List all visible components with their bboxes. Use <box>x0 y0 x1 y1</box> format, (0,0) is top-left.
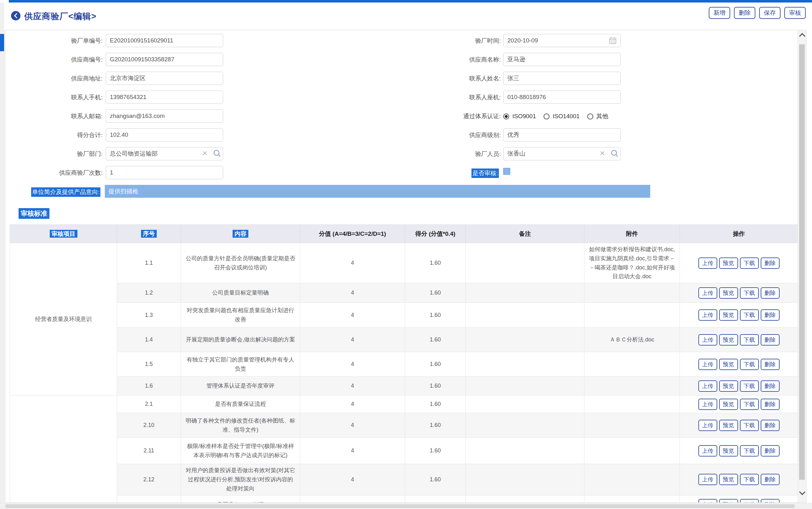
left-sidebar-strip <box>0 2 4 509</box>
row-preview-button[interactable]: 预览 <box>719 287 738 299</box>
row-delete-button[interactable]: 删除 <box>761 359 780 370</box>
audit-button[interactable]: 审核 <box>784 7 806 19</box>
contact-phone-label: 联系人座机: <box>406 93 501 102</box>
cell-remark <box>466 438 585 464</box>
staff-search-icon[interactable] <box>611 149 619 159</box>
row-preview-button[interactable]: 预览 <box>719 309 738 321</box>
row-delete-button[interactable]: 删除 <box>761 258 780 269</box>
row-download-button[interactable]: 下载 <box>740 445 759 456</box>
table-row: 2.2是否具有BOM管理41.60上传预览下载删除 <box>10 495 798 503</box>
intro-textarea[interactable]: 提供扫描枪 <box>105 185 650 198</box>
delete-button[interactable]: 删除 <box>734 7 755 19</box>
contact-name-label: 联系人姓名: <box>406 74 501 83</box>
row-download-button[interactable]: 下载 <box>740 474 759 485</box>
row-download-button[interactable]: 下载 <box>740 334 759 345</box>
staff-clear-icon[interactable]: ✕ <box>599 150 605 157</box>
save-button[interactable]: 保存 <box>759 7 781 19</box>
radio-iso9001[interactable] <box>503 113 509 120</box>
row-preview-button[interactable]: 预览 <box>719 334 738 345</box>
cell-content: 公司的质量方针是否全员明确(质量定期是否召开会议或岗位培训) <box>181 243 300 283</box>
back-icon[interactable] <box>11 11 21 21</box>
contact-email-input[interactable] <box>106 109 223 123</box>
left-sidebar-active-segment[interactable] <box>0 34 4 51</box>
row-upload-button[interactable]: 上传 <box>698 420 717 431</box>
row-upload-button[interactable]: 上传 <box>698 287 717 299</box>
row-upload-button[interactable]: 上传 <box>698 474 717 485</box>
supplier-no-input[interactable] <box>106 53 223 66</box>
row-preview-button[interactable]: 预览 <box>719 380 738 392</box>
calendar-icon[interactable] <box>609 37 617 45</box>
header-toolbar: 新增 删除 保存 审核 <box>709 7 806 19</box>
certification-radio-group: ISO9001 ISO14001 其他 <box>503 112 613 121</box>
row-delete-button[interactable]: 删除 <box>761 420 780 431</box>
contact-phone-input[interactable] <box>503 91 621 104</box>
cell-content: 公司质量目标定量明确 <box>181 283 300 303</box>
supplier-address-input[interactable] <box>106 72 223 85</box>
dept-search-icon[interactable] <box>213 149 221 159</box>
row-download-button[interactable]: 下载 <box>740 499 759 503</box>
row-upload-button[interactable]: 上传 <box>698 309 717 321</box>
row-delete-button[interactable]: 删除 <box>761 309 780 321</box>
radio-other[interactable] <box>587 113 593 120</box>
row-preview-button[interactable]: 预览 <box>719 499 738 503</box>
inspection-no-input[interactable] <box>106 34 223 47</box>
row-delete-button[interactable]: 删除 <box>761 474 780 485</box>
row-upload-button[interactable]: 上传 <box>698 334 717 345</box>
row-delete-button[interactable]: 删除 <box>761 287 780 299</box>
row-download-button[interactable]: 下载 <box>740 380 759 392</box>
score-total-input[interactable] <box>106 128 223 141</box>
cell-got: 1.60 <box>405 303 466 328</box>
row-preview-button[interactable]: 预览 <box>719 359 738 370</box>
row-upload-button[interactable]: 上传 <box>698 258 717 269</box>
cell-seq: 2.11 <box>117 438 181 464</box>
inspection-count-input[interactable] <box>106 166 223 179</box>
table-row: 1.6管理体系认证是否年度审评41.60上传预览下载删除 <box>10 377 798 396</box>
scroll-up-icon[interactable] <box>799 33 805 39</box>
inspection-date-input[interactable] <box>503 34 621 47</box>
inspection-date-label: 验厂时间: <box>406 37 501 45</box>
row-download-button[interactable]: 下载 <box>740 359 759 370</box>
supplier-level-input[interactable] <box>503 128 621 141</box>
row-delete-button[interactable]: 删除 <box>761 399 780 410</box>
supplier-no-label: 供应商编号: <box>8 56 103 64</box>
radio-iso14001[interactable] <box>543 113 550 120</box>
row-download-button[interactable]: 下载 <box>740 258 759 269</box>
row-download-button[interactable]: 下载 <box>740 287 759 299</box>
row-preview-button[interactable]: 预览 <box>719 399 738 410</box>
row-preview-button[interactable]: 预览 <box>719 474 738 485</box>
row-preview-button[interactable]: 预览 <box>719 258 738 269</box>
row-download-button[interactable]: 下载 <box>740 399 759 410</box>
scroll-down-icon[interactable] <box>799 489 805 495</box>
row-upload-button[interactable]: 上传 <box>698 445 717 456</box>
row-upload-button[interactable]: 上传 <box>698 399 717 410</box>
dept-clear-icon[interactable]: ✕ <box>202 150 208 157</box>
row-preview-button[interactable]: 预览 <box>719 445 738 456</box>
cell-remark <box>466 464 585 495</box>
cell-attachment <box>585 464 680 495</box>
cell-seq: 1.5 <box>117 352 181 377</box>
row-delete-button[interactable]: 删除 <box>761 380 780 392</box>
horizontal-scrollbar-thumb[interactable] <box>5 504 795 508</box>
horizontal-scrollbar[interactable] <box>0 503 812 509</box>
table-row: 2.1是否有质量保证流程41.60上传预览下载删除 <box>10 396 798 413</box>
row-upload-button[interactable]: 上传 <box>698 380 717 392</box>
is-audited-checkbox[interactable] <box>503 168 510 175</box>
contact-name-input[interactable] <box>503 72 621 85</box>
contact-mobile-input[interactable] <box>106 91 223 104</box>
vertical-scrollbar[interactable] <box>798 30 806 502</box>
row-preview-button[interactable]: 预览 <box>719 420 738 431</box>
row-upload-button[interactable]: 上传 <box>698 499 717 503</box>
row-download-button[interactable]: 下载 <box>740 420 759 431</box>
cell-got: 1.60 <box>405 438 466 464</box>
row-download-button[interactable]: 下载 <box>740 309 759 321</box>
row-delete-button[interactable]: 删除 <box>761 499 780 503</box>
row-delete-button[interactable]: 删除 <box>761 445 780 456</box>
supplier-name-input[interactable] <box>503 53 621 66</box>
cell-score: 4 <box>300 303 405 328</box>
vertical-scrollbar-thumb[interactable] <box>799 44 805 480</box>
row-upload-button[interactable]: 上传 <box>698 359 717 370</box>
audit-table-body: 经营者质量及环境意识1.1公司的质量方针是否全员明确(质量定期是否召开会议或岗位… <box>10 243 798 503</box>
is-audited-label: 是否审核: <box>471 169 499 178</box>
add-button[interactable]: 新增 <box>709 7 730 19</box>
row-delete-button[interactable]: 删除 <box>761 334 780 345</box>
